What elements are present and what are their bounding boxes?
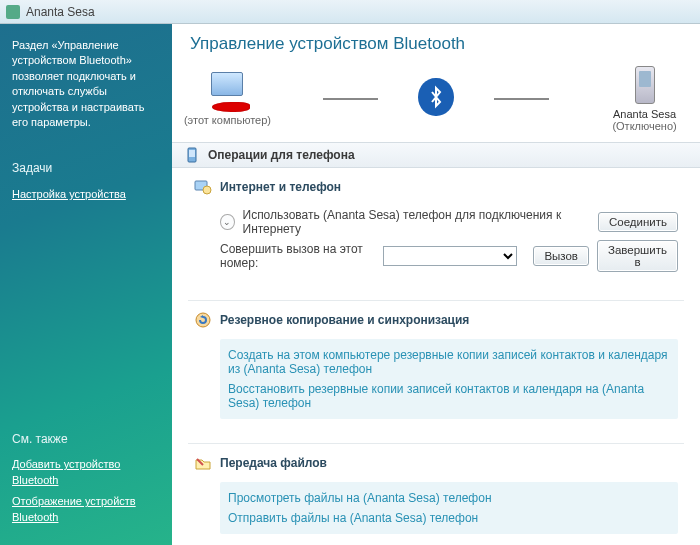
computer-node: (этот компьютер) (172, 72, 283, 126)
app-icon (6, 5, 20, 19)
device-name: Ananta Sesa (589, 108, 700, 120)
call-number-select[interactable] (383, 246, 518, 266)
content-container: Раздел «Управление устройством Bluetooth… (0, 24, 700, 545)
internet-section-title: Интернет и телефон (188, 168, 684, 202)
files-section-title: Передача файлов (188, 444, 684, 478)
files-section: Передача файлов Просмотреть файлы на (An… (188, 443, 684, 545)
connect-internet-button[interactable]: Соединить (598, 212, 678, 232)
internet-section: Интернет и телефон ⌄ Использовать (Anant… (188, 168, 684, 290)
call-number-label: Совершить вызов на этот номер: (220, 242, 375, 270)
sidebar: Раздел «Управление устройством Bluetooth… (0, 24, 172, 545)
end-call-button[interactable]: Завершить в (597, 240, 678, 272)
sidebar-tasks: Задачи Настройка устройства (12, 160, 160, 208)
page-title: Управление устройством Bluetooth (172, 24, 700, 60)
backup-icon (194, 311, 212, 329)
files-icon (194, 454, 212, 472)
send-files-link[interactable]: Отправить файлы на (Ananta Sesa) телефон (228, 508, 670, 528)
display-devices-link[interactable]: Отображение устройств Bluetooth (12, 494, 160, 525)
window-titlebar: Ananta Sesa (0, 0, 700, 24)
configure-device-link[interactable]: Настройка устройства (12, 187, 160, 202)
conn-line-right (494, 98, 549, 100)
conn-line-left (323, 98, 378, 100)
expand-toggle[interactable]: ⌄ (220, 214, 235, 230)
main-panel: Управление устройством Bluetooth (этот к… (172, 24, 700, 545)
create-backup-link[interactable]: Создать на этом компьютере резервные коп… (228, 345, 670, 379)
phone-ops-icon (184, 147, 200, 163)
restore-backup-link[interactable]: Восстановить резервные копии записей кон… (228, 379, 670, 413)
tasks-heading: Задачи (12, 160, 160, 177)
add-device-link[interactable]: Добавить устройство Bluetooth (12, 457, 160, 488)
computer-label: (этот компьютер) (172, 114, 283, 126)
sidebar-see-also: См. также Добавить устройство Bluetooth … (12, 431, 160, 531)
connection-diagram: (этот компьютер) Ananta Sesa (Отключено) (172, 60, 700, 142)
internet-icon (194, 178, 212, 196)
call-button[interactable]: Вызов (533, 246, 589, 266)
see-also-heading: См. также (12, 431, 160, 448)
phone-icon (635, 66, 655, 104)
use-phone-label: Использовать (Ananta Sesa) телефон для п… (243, 208, 582, 236)
computer-icon (203, 72, 251, 112)
backup-section-title: Резервное копирование и синхронизация (188, 301, 684, 335)
sidebar-intro: Раздел «Управление устройством Bluetooth… (12, 38, 160, 130)
browse-files-link[interactable]: Просмотреть файлы на (Ananta Sesa) телеф… (228, 488, 670, 508)
device-status: (Отключено) (589, 120, 700, 132)
phone-ops-title: Операции для телефона (208, 148, 355, 162)
svg-point-3 (203, 186, 211, 194)
bluetooth-icon (418, 78, 453, 116)
phone-ops-header: Операции для телефона (172, 142, 700, 168)
backup-section: Резервное копирование и синхронизация Со… (188, 300, 684, 433)
phone-node: Ananta Sesa (Отключено) (589, 66, 700, 132)
window-title: Ananta Sesa (26, 5, 95, 19)
svg-rect-1 (189, 150, 195, 157)
